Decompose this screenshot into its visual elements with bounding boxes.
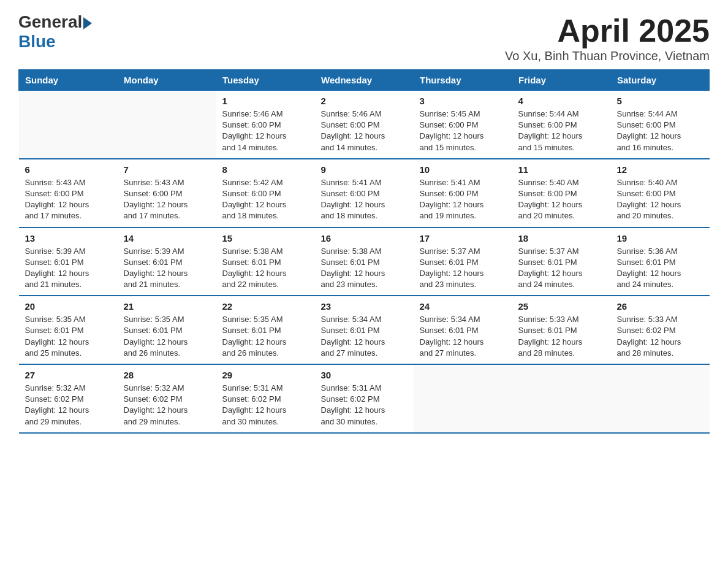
day-info: Sunrise: 5:36 AM Sunset: 6:01 PM Dayligh… [617, 246, 703, 291]
day-number: 3 [420, 96, 506, 106]
day-info: Sunrise: 5:34 AM Sunset: 6:01 PM Dayligh… [321, 314, 408, 359]
calendar-header: SundayMondayTuesdayWednesdayThursdayFrid… [19, 70, 710, 91]
calendar-week-row: 13Sunrise: 5:39 AM Sunset: 6:01 PM Dayli… [19, 228, 710, 296]
calendar-cell: 11Sunrise: 5:40 AM Sunset: 6:00 PM Dayli… [512, 159, 611, 228]
day-info: Sunrise: 5:31 AM Sunset: 6:02 PM Dayligh… [222, 383, 309, 427]
calendar-cell: 16Sunrise: 5:38 AM Sunset: 6:01 PM Dayli… [315, 228, 414, 296]
weekday-header-row: SundayMondayTuesdayWednesdayThursdayFrid… [19, 70, 710, 91]
calendar-body: 1Sunrise: 5:46 AM Sunset: 6:00 PM Daylig… [19, 91, 710, 433]
day-number: 13 [25, 233, 112, 243]
calendar-cell [611, 364, 710, 433]
weekday-header-thursday: Thursday [414, 70, 512, 91]
weekday-header-monday: Monday [118, 70, 216, 91]
day-info: Sunrise: 5:40 AM Sunset: 6:00 PM Dayligh… [617, 177, 703, 222]
calendar-week-row: 6Sunrise: 5:43 AM Sunset: 6:00 PM Daylig… [19, 159, 710, 228]
day-info: Sunrise: 5:39 AM Sunset: 6:01 PM Dayligh… [124, 246, 210, 291]
calendar-cell: 24Sunrise: 5:34 AM Sunset: 6:01 PM Dayli… [414, 296, 512, 364]
logo-general-text: General [18, 12, 82, 32]
calendar-cell: 7Sunrise: 5:43 AM Sunset: 6:00 PM Daylig… [118, 159, 216, 228]
day-info: Sunrise: 5:38 AM Sunset: 6:01 PM Dayligh… [222, 246, 309, 291]
day-number: 30 [321, 370, 408, 380]
logo-arrow-icon [83, 17, 92, 29]
calendar-cell: 22Sunrise: 5:35 AM Sunset: 6:01 PM Dayli… [216, 296, 315, 364]
day-number: 26 [617, 301, 703, 312]
calendar-cell [414, 364, 512, 433]
calendar-week-row: 27Sunrise: 5:32 AM Sunset: 6:02 PM Dayli… [19, 364, 710, 433]
day-info: Sunrise: 5:43 AM Sunset: 6:00 PM Dayligh… [124, 177, 210, 222]
calendar-cell: 28Sunrise: 5:32 AM Sunset: 6:02 PM Dayli… [118, 364, 216, 433]
day-number: 1 [222, 96, 309, 106]
day-number: 24 [420, 301, 506, 312]
day-number: 28 [124, 370, 210, 380]
calendar-cell: 17Sunrise: 5:37 AM Sunset: 6:01 PM Dayli… [414, 228, 512, 296]
day-number: 5 [617, 96, 703, 106]
calendar-cell [118, 91, 216, 159]
calendar-cell: 25Sunrise: 5:33 AM Sunset: 6:01 PM Dayli… [512, 296, 611, 364]
calendar-cell: 21Sunrise: 5:35 AM Sunset: 6:01 PM Dayli… [118, 296, 216, 364]
day-info: Sunrise: 5:34 AM Sunset: 6:01 PM Dayligh… [420, 314, 506, 359]
weekday-header-saturday: Saturday [611, 70, 710, 91]
logo: General Blue [18, 12, 92, 52]
calendar-cell [19, 91, 118, 159]
calendar-cell: 14Sunrise: 5:39 AM Sunset: 6:01 PM Dayli… [118, 228, 216, 296]
day-number: 18 [518, 233, 605, 243]
logo-blue-text: Blue [18, 32, 56, 52]
day-number: 25 [518, 301, 605, 312]
day-info: Sunrise: 5:38 AM Sunset: 6:01 PM Dayligh… [321, 246, 408, 291]
day-info: Sunrise: 5:39 AM Sunset: 6:01 PM Dayligh… [25, 246, 112, 291]
day-info: Sunrise: 5:40 AM Sunset: 6:00 PM Dayligh… [518, 177, 605, 222]
title-block: April 2025 Vo Xu, Binh Thuan Province, V… [505, 12, 710, 63]
day-number: 11 [518, 164, 605, 175]
day-info: Sunrise: 5:43 AM Sunset: 6:00 PM Dayligh… [25, 177, 112, 222]
day-info: Sunrise: 5:46 AM Sunset: 6:00 PM Dayligh… [222, 109, 309, 153]
day-number: 22 [222, 301, 309, 312]
day-number: 2 [321, 96, 408, 106]
weekday-header-sunday: Sunday [19, 70, 118, 91]
calendar-cell: 15Sunrise: 5:38 AM Sunset: 6:01 PM Dayli… [216, 228, 315, 296]
day-number: 23 [321, 301, 408, 312]
day-number: 29 [222, 370, 309, 380]
calendar-cell: 23Sunrise: 5:34 AM Sunset: 6:01 PM Dayli… [315, 296, 414, 364]
calendar-cell: 29Sunrise: 5:31 AM Sunset: 6:02 PM Dayli… [216, 364, 315, 433]
calendar-cell: 4Sunrise: 5:44 AM Sunset: 6:00 PM Daylig… [512, 91, 611, 159]
calendar-week-row: 1Sunrise: 5:46 AM Sunset: 6:00 PM Daylig… [19, 91, 710, 159]
day-info: Sunrise: 5:32 AM Sunset: 6:02 PM Dayligh… [124, 383, 210, 427]
day-number: 27 [25, 370, 112, 380]
day-number: 15 [222, 233, 309, 243]
day-info: Sunrise: 5:35 AM Sunset: 6:01 PM Dayligh… [222, 314, 309, 359]
weekday-header-tuesday: Tuesday [216, 70, 315, 91]
day-number: 7 [124, 164, 210, 175]
calendar-cell: 10Sunrise: 5:41 AM Sunset: 6:00 PM Dayli… [414, 159, 512, 228]
day-number: 10 [420, 164, 506, 175]
day-info: Sunrise: 5:41 AM Sunset: 6:00 PM Dayligh… [420, 177, 506, 222]
calendar-cell: 8Sunrise: 5:42 AM Sunset: 6:00 PM Daylig… [216, 159, 315, 228]
day-info: Sunrise: 5:37 AM Sunset: 6:01 PM Dayligh… [420, 246, 506, 291]
day-number: 4 [518, 96, 605, 106]
day-info: Sunrise: 5:35 AM Sunset: 6:01 PM Dayligh… [25, 314, 112, 359]
day-number: 6 [25, 164, 112, 175]
weekday-header-friday: Friday [512, 70, 611, 91]
weekday-header-wednesday: Wednesday [315, 70, 414, 91]
calendar-cell: 12Sunrise: 5:40 AM Sunset: 6:00 PM Dayli… [611, 159, 710, 228]
calendar-cell: 5Sunrise: 5:44 AM Sunset: 6:00 PM Daylig… [611, 91, 710, 159]
calendar-cell: 13Sunrise: 5:39 AM Sunset: 6:01 PM Dayli… [19, 228, 118, 296]
day-info: Sunrise: 5:41 AM Sunset: 6:00 PM Dayligh… [321, 177, 408, 222]
day-info: Sunrise: 5:33 AM Sunset: 6:01 PM Dayligh… [518, 314, 605, 359]
day-info: Sunrise: 5:35 AM Sunset: 6:01 PM Dayligh… [124, 314, 210, 359]
calendar-week-row: 20Sunrise: 5:35 AM Sunset: 6:01 PM Dayli… [19, 296, 710, 364]
calendar-cell: 30Sunrise: 5:31 AM Sunset: 6:02 PM Dayli… [315, 364, 414, 433]
day-info: Sunrise: 5:44 AM Sunset: 6:00 PM Dayligh… [617, 109, 703, 153]
calendar-cell: 26Sunrise: 5:33 AM Sunset: 6:02 PM Dayli… [611, 296, 710, 364]
calendar-cell: 19Sunrise: 5:36 AM Sunset: 6:01 PM Dayli… [611, 228, 710, 296]
day-number: 19 [617, 233, 703, 243]
calendar-cell: 9Sunrise: 5:41 AM Sunset: 6:00 PM Daylig… [315, 159, 414, 228]
calendar-title: April 2025 [505, 12, 710, 49]
day-number: 16 [321, 233, 408, 243]
day-number: 9 [321, 164, 408, 175]
day-info: Sunrise: 5:44 AM Sunset: 6:00 PM Dayligh… [518, 109, 605, 153]
calendar-cell: 27Sunrise: 5:32 AM Sunset: 6:02 PM Dayli… [19, 364, 118, 433]
day-info: Sunrise: 5:31 AM Sunset: 6:02 PM Dayligh… [321, 383, 408, 427]
day-info: Sunrise: 5:45 AM Sunset: 6:00 PM Dayligh… [420, 109, 506, 153]
day-number: 12 [617, 164, 703, 175]
day-info: Sunrise: 5:42 AM Sunset: 6:00 PM Dayligh… [222, 177, 309, 222]
